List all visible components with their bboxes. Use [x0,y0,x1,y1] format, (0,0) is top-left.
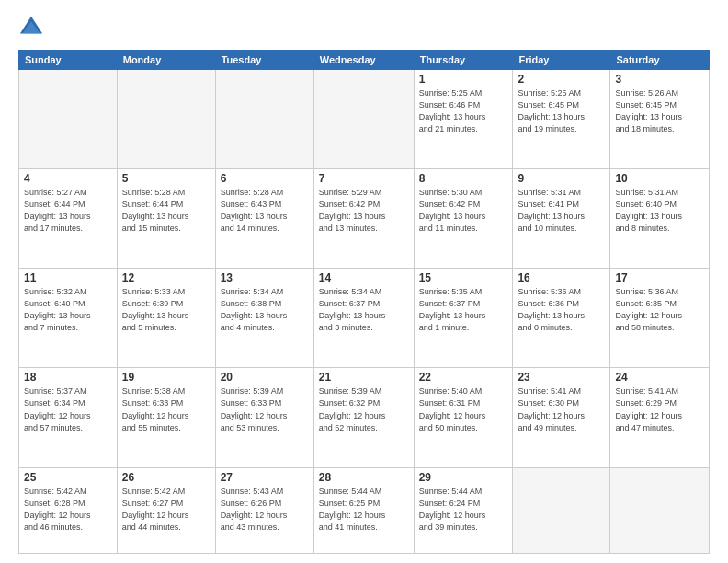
calendar-week-row: 4Sunrise: 5:27 AM Sunset: 6:44 PM Daylig… [19,169,710,269]
logo-icon [18,15,44,40]
day-number: 9 [518,172,605,185]
calendar-table: SundayMondayTuesdayWednesdayThursdayFrid… [18,50,710,554]
day-number: 29 [419,471,508,484]
day-number: 20 [221,371,309,384]
day-detail: Sunrise: 5:35 AM Sunset: 6:37 PM Dayligh… [419,286,508,334]
calendar-cell: 5Sunrise: 5:28 AM Sunset: 6:44 PM Daylig… [117,169,215,269]
day-number: 28 [319,471,409,484]
day-number: 10 [615,172,704,185]
calendar-day-header: Saturday [610,51,710,70]
calendar-cell [117,70,215,169]
calendar-cell: 16Sunrise: 5:36 AM Sunset: 6:36 PM Dayli… [513,269,610,368]
day-detail: Sunrise: 5:41 AM Sunset: 6:29 PM Dayligh… [615,385,704,433]
day-detail: Sunrise: 5:27 AM Sunset: 6:44 PM Dayligh… [24,187,112,235]
calendar-day-header: Friday [513,51,610,70]
calendar-cell: 13Sunrise: 5:34 AM Sunset: 6:38 PM Dayli… [215,269,313,368]
day-number: 27 [221,471,309,484]
day-number: 12 [122,271,210,284]
day-detail: Sunrise: 5:28 AM Sunset: 6:43 PM Dayligh… [221,187,309,235]
day-detail: Sunrise: 5:30 AM Sunset: 6:42 PM Dayligh… [419,187,508,235]
calendar-cell: 24Sunrise: 5:41 AM Sunset: 6:29 PM Dayli… [610,368,710,467]
calendar-cell [513,467,610,553]
calendar-cell: 1Sunrise: 5:25 AM Sunset: 6:46 PM Daylig… [414,70,513,169]
header [18,15,710,40]
day-number: 17 [615,271,704,284]
day-detail: Sunrise: 5:37 AM Sunset: 6:34 PM Dayligh… [24,385,112,433]
calendar-week-row: 25Sunrise: 5:42 AM Sunset: 6:28 PM Dayli… [19,467,710,553]
calendar-cell: 19Sunrise: 5:38 AM Sunset: 6:33 PM Dayli… [117,368,215,467]
calendar-cell: 10Sunrise: 5:31 AM Sunset: 6:40 PM Dayli… [610,169,710,269]
day-number: 22 [419,371,508,384]
day-detail: Sunrise: 5:41 AM Sunset: 6:30 PM Dayligh… [518,385,605,433]
calendar-cell: 3Sunrise: 5:26 AM Sunset: 6:45 PM Daylig… [610,70,710,169]
calendar-cell: 28Sunrise: 5:44 AM Sunset: 6:25 PM Dayli… [313,467,414,553]
day-number: 21 [319,371,409,384]
day-detail: Sunrise: 5:25 AM Sunset: 6:46 PM Dayligh… [419,87,508,135]
day-number: 24 [615,371,704,384]
day-detail: Sunrise: 5:44 AM Sunset: 6:24 PM Dayligh… [419,486,508,534]
calendar-cell: 12Sunrise: 5:33 AM Sunset: 6:39 PM Dayli… [117,269,215,368]
calendar-cell: 29Sunrise: 5:44 AM Sunset: 6:24 PM Dayli… [414,467,513,553]
calendar-day-header: Sunday [19,51,118,70]
calendar-cell: 26Sunrise: 5:42 AM Sunset: 6:27 PM Dayli… [117,467,215,553]
calendar-cell [313,70,414,169]
day-number: 23 [518,371,605,384]
day-detail: Sunrise: 5:33 AM Sunset: 6:39 PM Dayligh… [122,286,210,334]
day-detail: Sunrise: 5:39 AM Sunset: 6:33 PM Dayligh… [221,385,309,433]
calendar-header-row: SundayMondayTuesdayWednesdayThursdayFrid… [19,51,710,70]
day-detail: Sunrise: 5:44 AM Sunset: 6:25 PM Dayligh… [319,486,409,534]
day-number: 7 [319,172,409,185]
calendar-cell: 9Sunrise: 5:31 AM Sunset: 6:41 PM Daylig… [513,169,610,269]
calendar-cell: 17Sunrise: 5:36 AM Sunset: 6:35 PM Dayli… [610,269,710,368]
day-detail: Sunrise: 5:32 AM Sunset: 6:40 PM Dayligh… [24,286,112,334]
day-number: 2 [518,73,605,86]
day-detail: Sunrise: 5:42 AM Sunset: 6:28 PM Dayligh… [24,486,112,534]
day-number: 26 [122,471,210,484]
calendar-cell: 22Sunrise: 5:40 AM Sunset: 6:31 PM Dayli… [414,368,513,467]
calendar-day-header: Wednesday [313,51,414,70]
day-number: 3 [615,73,704,86]
day-number: 8 [419,172,508,185]
day-detail: Sunrise: 5:34 AM Sunset: 6:38 PM Dayligh… [221,286,309,334]
calendar-cell: 15Sunrise: 5:35 AM Sunset: 6:37 PM Dayli… [414,269,513,368]
day-detail: Sunrise: 5:43 AM Sunset: 6:26 PM Dayligh… [221,486,309,534]
day-number: 1 [419,73,508,86]
day-detail: Sunrise: 5:29 AM Sunset: 6:42 PM Dayligh… [319,187,409,235]
calendar-cell: 23Sunrise: 5:41 AM Sunset: 6:30 PM Dayli… [513,368,610,467]
calendar-cell [610,467,710,553]
calendar-week-row: 18Sunrise: 5:37 AM Sunset: 6:34 PM Dayli… [19,368,710,467]
day-number: 25 [24,471,112,484]
day-detail: Sunrise: 5:36 AM Sunset: 6:36 PM Dayligh… [518,286,605,334]
day-number: 14 [319,271,409,284]
day-detail: Sunrise: 5:40 AM Sunset: 6:31 PM Dayligh… [419,385,508,433]
calendar-cell: 8Sunrise: 5:30 AM Sunset: 6:42 PM Daylig… [414,169,513,269]
day-number: 4 [24,172,112,185]
calendar-week-row: 1Sunrise: 5:25 AM Sunset: 6:46 PM Daylig… [19,70,710,169]
day-detail: Sunrise: 5:39 AM Sunset: 6:32 PM Dayligh… [319,385,409,433]
day-number: 18 [24,371,112,384]
calendar-day-header: Thursday [414,51,513,70]
calendar-day-header: Tuesday [215,51,313,70]
day-detail: Sunrise: 5:25 AM Sunset: 6:45 PM Dayligh… [518,87,605,135]
day-detail: Sunrise: 5:31 AM Sunset: 6:41 PM Dayligh… [518,187,605,235]
calendar-cell: 7Sunrise: 5:29 AM Sunset: 6:42 PM Daylig… [313,169,414,269]
calendar-cell: 14Sunrise: 5:34 AM Sunset: 6:37 PM Dayli… [313,269,414,368]
day-detail: Sunrise: 5:36 AM Sunset: 6:35 PM Dayligh… [615,286,704,334]
day-number: 13 [221,271,309,284]
calendar-cell: 11Sunrise: 5:32 AM Sunset: 6:40 PM Dayli… [19,269,118,368]
calendar-cell: 4Sunrise: 5:27 AM Sunset: 6:44 PM Daylig… [19,169,118,269]
day-detail: Sunrise: 5:38 AM Sunset: 6:33 PM Dayligh… [122,385,210,433]
calendar-cell: 20Sunrise: 5:39 AM Sunset: 6:33 PM Dayli… [215,368,313,467]
day-detail: Sunrise: 5:34 AM Sunset: 6:37 PM Dayligh… [319,286,409,334]
calendar-cell: 25Sunrise: 5:42 AM Sunset: 6:28 PM Dayli… [19,467,118,553]
logo [18,15,48,40]
calendar-cell: 18Sunrise: 5:37 AM Sunset: 6:34 PM Dayli… [19,368,118,467]
calendar-cell: 27Sunrise: 5:43 AM Sunset: 6:26 PM Dayli… [215,467,313,553]
calendar-week-row: 11Sunrise: 5:32 AM Sunset: 6:40 PM Dayli… [19,269,710,368]
day-number: 5 [122,172,210,185]
calendar-cell: 2Sunrise: 5:25 AM Sunset: 6:45 PM Daylig… [513,70,610,169]
day-number: 15 [419,271,508,284]
day-number: 11 [24,271,112,284]
page: SundayMondayTuesdayWednesdayThursdayFrid… [0,0,728,563]
calendar-cell: 21Sunrise: 5:39 AM Sunset: 6:32 PM Dayli… [313,368,414,467]
